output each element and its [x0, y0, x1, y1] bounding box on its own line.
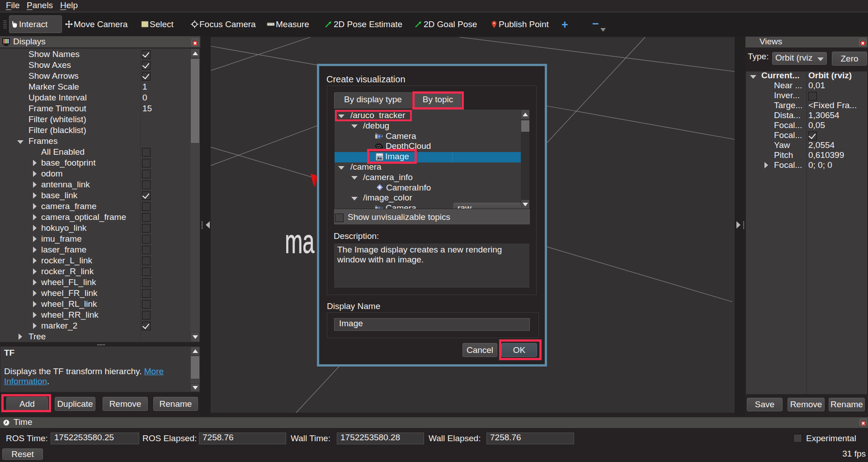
svg-text:ma: ma — [285, 222, 315, 260]
